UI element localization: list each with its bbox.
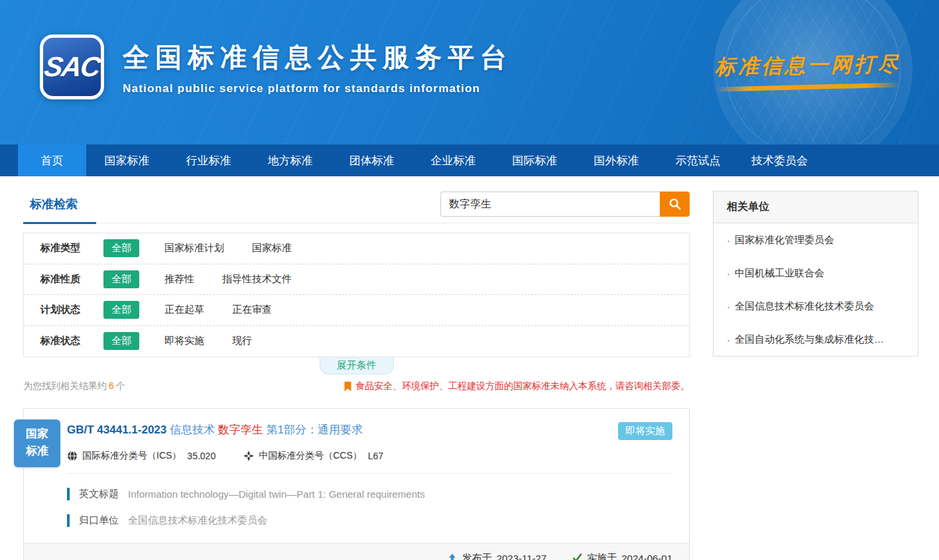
nav-tab-label: 国际标准 xyxy=(513,153,558,168)
card-footer: 发布于 2023-11-27 实施于 2024-06-01 xyxy=(24,543,689,560)
filter-all-button[interactable]: 全部 xyxy=(103,270,139,288)
standard-code: GB/T 43441.1-2023 xyxy=(67,423,166,436)
search-button[interactable] xyxy=(660,192,690,217)
globe-icon xyxy=(67,451,78,461)
page-main: 标准检索 标准类型 全部 国家标准计划 国家标准 标准性质 全部 推荐性 xyxy=(0,176,939,560)
nav-tab-home[interactable]: 首页 xyxy=(18,144,86,176)
sidebar: 相关单位 · 国家标准化管理委员会 · 中国机械工业联合会 · 全国信息技术标准… xyxy=(713,191,918,560)
classification-row: 国际标准分类号（ICS） 35.020 中国标准分类号（CCS） L67 xyxy=(67,450,672,462)
sidebar-item-it-standardization-committee[interactable]: · 全国信息技术标准化技术委员会 xyxy=(714,290,918,323)
compass-icon xyxy=(243,451,254,461)
nav-tab-local-standards[interactable]: 地方标准 xyxy=(249,144,331,176)
implemented-date: 2024-06-01 xyxy=(621,553,672,560)
slogan: 标准信息一网打尽 xyxy=(715,52,901,89)
filter-row-standard-status: 标准状态 全部 即将实施 现行 xyxy=(24,326,689,357)
bookmark-icon xyxy=(344,382,351,392)
filter-option[interactable]: 国家标准计划 xyxy=(164,242,224,254)
upload-icon xyxy=(447,553,458,560)
section-bar: 标准检索 xyxy=(23,191,690,223)
search-group xyxy=(440,192,690,217)
filter-all-button[interactable]: 全部 xyxy=(103,332,139,350)
brand[interactable]: SAC 全国标准信息公共服务平台 National public service… xyxy=(40,34,513,99)
detail-row-committee: 归口单位 全国信息技术标准化技术委员会 xyxy=(67,514,672,527)
nav-tab-label: 企业标准 xyxy=(431,153,476,168)
filter-option[interactable]: 正在审查 xyxy=(232,304,272,316)
results-count-prefix: 为您找到相关结果约 xyxy=(23,380,107,391)
page-title: 标准检索 xyxy=(23,191,96,224)
nav-tab-group-standards[interactable]: 团体标准 xyxy=(331,144,412,176)
card-divider xyxy=(67,473,672,474)
ics-value: 35.020 xyxy=(187,451,216,461)
sidebar-item-automation-systems-committee[interactable]: · 全国自动化系统与集成标准化技… xyxy=(714,323,918,356)
bullet-dot: · xyxy=(727,235,730,246)
filter-option[interactable]: 现行 xyxy=(232,335,252,347)
published-label: 发布于 xyxy=(462,552,492,560)
filter-row-standard-type: 标准类型 全部 国家标准计划 国家标准 xyxy=(24,233,689,264)
implemented-label: 实施于 xyxy=(587,552,617,560)
filter-label: 标准状态 xyxy=(40,335,103,347)
standard-title-highlight: 数字孪生 xyxy=(218,423,263,436)
nav-tab-pilot-demo[interactable]: 示范试点 xyxy=(657,144,739,176)
detail-value: 全国信息技术标准化技术委员会 xyxy=(128,514,267,527)
main-nav: 首页 国家标准 行业标准 地方标准 团体标准 企业标准 国际标准 国外标准 示范… xyxy=(0,144,939,176)
implemented-date-item: 实施于 2024-06-01 xyxy=(572,552,672,560)
filter-all-button[interactable]: 全部 xyxy=(103,239,139,257)
ccs-label: 中国标准分类号（CCS） xyxy=(259,450,362,462)
nav-tab-label: 示范试点 xyxy=(676,153,721,168)
sidebar-item-sac[interactable]: · 国家标准化管理委员会 xyxy=(714,223,918,256)
notice-text: 食品安全、环境保护、工程建设方面的国家标准未纳入本系统，请咨询相关部委。 xyxy=(355,380,690,392)
nav-tab-label: 团体标准 xyxy=(349,153,395,168)
detail-row-english-title: 英文标题 Information technology—Digital twin… xyxy=(67,488,672,500)
card-body: GB/T 43441.1-2023 信息技术 数字孪生 第1部分：通用要求 即将… xyxy=(24,409,689,527)
sidebar-item-machinery-federation[interactable]: · 中国机械工业联合会 xyxy=(714,256,918,290)
brand-text: 全国标准信息公共服务平台 National public service pla… xyxy=(123,39,513,95)
filter-option[interactable]: 正在起草 xyxy=(164,304,204,316)
filter-label: 标准类型 xyxy=(40,242,103,254)
slogan-text: 标准信息一网打尽 xyxy=(715,50,901,82)
card-title-row: GB/T 43441.1-2023 信息技术 数字孪生 第1部分：通用要求 即将… xyxy=(67,422,672,440)
search-input[interactable] xyxy=(440,192,660,217)
standard-type-badge: 国家 标准 xyxy=(14,420,60,467)
filter-label: 计划状态 xyxy=(40,304,103,316)
nav-tab-label: 国家标准 xyxy=(105,153,150,168)
filter-label: 标准性质 xyxy=(40,273,103,286)
sidebar-item-label: 国家标准化管理委员会 xyxy=(735,234,834,247)
standard-title-link[interactable]: GB/T 43441.1-2023 信息技术 数字孪生 第1部分：通用要求 xyxy=(67,422,363,437)
filter-option[interactable]: 指导性技术文件 xyxy=(222,273,292,286)
nav-tab-label: 国外标准 xyxy=(594,153,639,168)
ics-label: 国际标准分类号（ICS） xyxy=(82,450,181,462)
nav-tab-international-standards[interactable]: 国际标准 xyxy=(494,144,576,176)
nav-tab-foreign-standards[interactable]: 国外标准 xyxy=(576,144,657,176)
nav-tab-enterprise-standards[interactable]: 企业标准 xyxy=(412,144,494,176)
check-icon xyxy=(572,553,582,560)
results-count-suffix: 个 xyxy=(116,380,125,391)
bullet-dot: · xyxy=(727,301,730,312)
status-badge: 即将实施 xyxy=(618,422,672,440)
bullet-dot: · xyxy=(727,334,730,345)
ics-item: 国际标准分类号（ICS） 35.020 xyxy=(67,450,216,462)
nav-tab-label: 地方标准 xyxy=(268,153,313,168)
sidebar-item-label: 中国机械工业联合会 xyxy=(735,267,824,280)
related-units-box: 相关单位 · 国家标准化管理委员会 · 中国机械工业联合会 · 全国信息技术标准… xyxy=(713,191,918,357)
standard-title-part1: 信息技术 xyxy=(170,423,215,436)
sac-logo: SAC xyxy=(40,34,104,99)
results-count-number: 6 xyxy=(107,380,116,391)
nav-tab-label: 技术委员会 xyxy=(751,153,808,168)
type-badge-line1: 国家 xyxy=(14,425,60,443)
expand-wrap: 展开条件 xyxy=(23,357,690,374)
detail-marker-bar xyxy=(67,488,70,500)
filter-option[interactable]: 即将实施 xyxy=(164,335,204,347)
bullet-dot: · xyxy=(727,268,730,279)
filter-panel: 标准类型 全部 国家标准计划 国家标准 标准性质 全部 推荐性 指导性技术文件 … xyxy=(23,233,690,357)
sac-logo-text: SAC xyxy=(42,51,101,83)
nav-tab-technical-committees[interactable]: 技术委员会 xyxy=(739,144,820,176)
filter-option[interactable]: 推荐性 xyxy=(164,273,194,286)
sidebar-item-label: 全国自动化系统与集成标准化技… xyxy=(735,333,884,346)
filter-all-button[interactable]: 全部 xyxy=(103,301,139,319)
expand-conditions-button[interactable]: 展开条件 xyxy=(320,357,394,374)
filter-row-standard-nature: 标准性质 全部 推荐性 指导性技术文件 xyxy=(24,264,689,296)
nav-tab-industry-standards[interactable]: 行业标准 xyxy=(168,144,249,176)
nav-tab-national-standards[interactable]: 国家标准 xyxy=(86,144,168,176)
content-column: 标准检索 标准类型 全部 国家标准计划 国家标准 标准性质 全部 推荐性 xyxy=(23,191,690,560)
filter-option[interactable]: 国家标准 xyxy=(252,242,292,254)
